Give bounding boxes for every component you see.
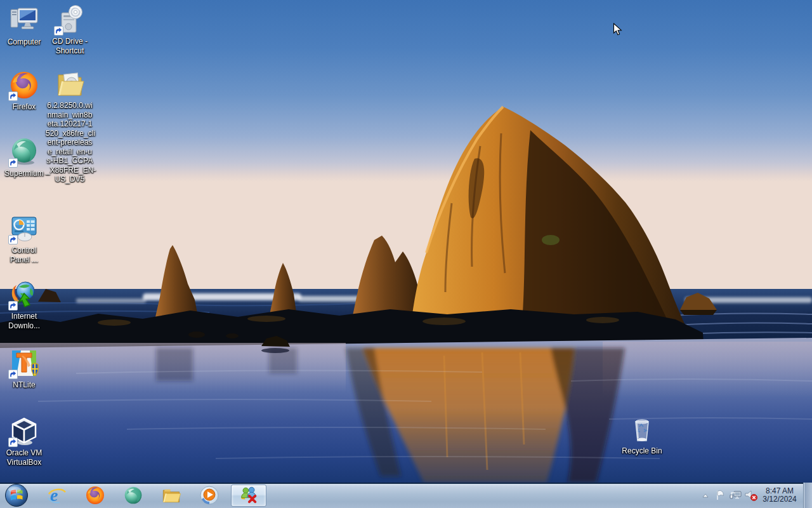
desktop-icon-firefox[interactable]: Firefox [0, 70, 48, 112]
icon-label: Oracle VM VirtualBox [0, 448, 48, 467]
chevron-up-icon [702, 493, 709, 498]
show-hidden-icons-button[interactable] [698, 483, 713, 508]
taskbar-app-firefox[interactable] [76, 484, 114, 507]
network-icon [730, 490, 742, 501]
taskbar: e [0, 483, 812, 508]
shortcut-arrow-icon [8, 370, 18, 379]
clock-date: 3/12/2024 [761, 495, 798, 504]
icon-label: CD Drive - Shortcut [46, 37, 94, 55]
taskbar-app-windows-explorer[interactable] [152, 484, 190, 507]
ntlite-icon [9, 348, 39, 378]
taskbar-app-supermium[interactable] [114, 484, 152, 507]
shortcut-arrow-icon [8, 438, 18, 447]
taskbar-app-internet-explorer[interactable]: e [38, 484, 76, 507]
icon-label: Control Panel ... [0, 246, 48, 264]
volume-button[interactable] [743, 483, 759, 508]
firefox-icon [85, 485, 105, 505]
wallpaper-haystack-rock [0, 0, 812, 483]
flag-icon [715, 490, 726, 501]
supermium-icon [9, 137, 39, 167]
desktop-icon-idm[interactable]: Internet Downlo... [0, 279, 48, 330]
windows-explorer-icon [161, 485, 181, 505]
desktop-icon-computer[interactable]: Computer [0, 5, 48, 47]
desktop-icon-build-folder[interactable]: 6.2.8250.0.wi nmain_win8b eta.120217-1 5… [46, 69, 94, 184]
shortcut-arrow-icon [8, 158, 18, 168]
icon-label: Firefox [0, 102, 48, 112]
icon-label: Internet Downlo... [0, 312, 48, 330]
recycle-bin-icon [627, 414, 657, 444]
shortcut-arrow-icon [8, 301, 18, 311]
taskbar-clock[interactable]: 8:47 AM 3/12/2024 [759, 487, 801, 504]
messenger-offline-icon [239, 486, 258, 505]
taskbar-app-messenger[interactable] [231, 485, 266, 507]
shortcut-arrow-icon [8, 91, 18, 101]
virtualbox-icon [9, 416, 39, 446]
network-status-button[interactable] [728, 483, 743, 508]
shortcut-arrow-icon [54, 26, 63, 36]
icon-label: Computer [0, 37, 48, 47]
icon-label: NTLite [0, 380, 48, 390]
desktop: Computer CD Drive - Shortcut [0, 0, 812, 483]
open-folder-icon [55, 69, 85, 99]
action-center-button[interactable] [713, 483, 728, 508]
taskbar-app-windows-media-player[interactable] [190, 484, 228, 507]
volume-muted-icon [744, 489, 758, 502]
show-desktop-button[interactable] [803, 483, 812, 508]
computer-icon [9, 5, 39, 36]
firefox-icon [9, 70, 39, 100]
desktop-icon-ntlite[interactable]: NTLite [0, 348, 48, 390]
desktop-icon-recycle-bin[interactable]: Recycle Bin [618, 414, 666, 456]
cd-drive-icon [55, 4, 85, 35]
system-tray: 8:47 AM 3/12/2024 [698, 483, 812, 508]
desktop-icon-virtualbox[interactable]: Oracle VM VirtualBox [0, 416, 48, 467]
icon-label: Recycle Bin [618, 446, 666, 456]
icon-label: Supermium [0, 169, 48, 178]
icon-label: 6.2.8250.0.wi nmain_win8b eta.120217-1 5… [46, 101, 94, 184]
start-button[interactable] [0, 483, 33, 508]
idm-icon [9, 279, 39, 310]
desktop-icon-cd-drive[interactable]: CD Drive - Shortcut [46, 4, 94, 55]
supermium-icon [123, 485, 143, 505]
internet-explorer-icon: e [47, 485, 67, 505]
desktop-icon-supermium[interactable]: Supermium [0, 137, 48, 178]
control-panel-icon [9, 213, 39, 244]
desktop-icon-control-panel[interactable]: Control Panel ... [0, 213, 48, 264]
shortcut-arrow-icon [8, 235, 18, 244]
start-orb-icon [4, 483, 29, 507]
windows-media-player-icon [199, 485, 219, 505]
